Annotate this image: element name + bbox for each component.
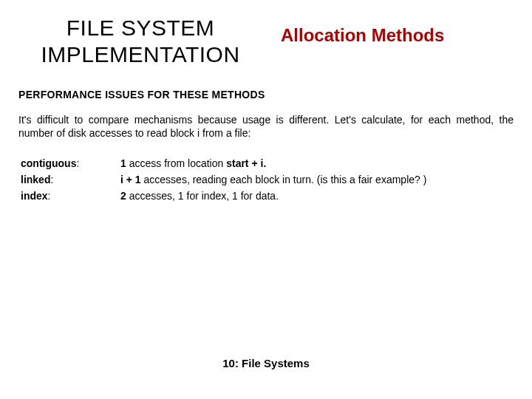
value-index-b: 2	[120, 190, 129, 202]
methods-labels-col: contiguous: linked: index:	[21, 156, 120, 205]
label-linked-text: linked	[21, 174, 50, 185]
value-linked: i + 1 accesses, reading each block in tu…	[120, 172, 426, 188]
value-contiguous-b1: 1	[120, 157, 126, 169]
slide: FILE SYSTEM IMPLEMENTATION Allocation Me…	[0, 0, 532, 399]
label-contiguous: contiguous:	[21, 156, 120, 171]
label-contiguous-text: contiguous	[21, 157, 76, 169]
value-contiguous-mid: access from location	[126, 157, 226, 169]
label-index-text: index	[21, 190, 48, 202]
methods-values-col: 1 access from location start + i. i + 1 …	[120, 156, 426, 205]
body-paragraph: It's difficult to compare mechanisms bec…	[0, 100, 532, 140]
slide-header: FILE SYSTEM IMPLEMENTATION Allocation Me…	[0, 0, 532, 68]
label-linked: linked:	[21, 172, 120, 188]
section-heading: PERFORMANCE ISSUES FOR THESE METHODS	[0, 68, 532, 100]
value-contiguous: 1 access from location start + i.	[120, 156, 426, 171]
methods-table: contiguous: linked: index: 1 access from…	[0, 140, 532, 205]
title-left-line1: FILE SYSTEM	[66, 16, 215, 40]
value-index: 2 accesses, 1 for index, 1 for data.	[120, 188, 426, 204]
value-index-rest: accesses, 1 for index, 1 for data.	[129, 190, 279, 202]
label-index: index:	[21, 188, 120, 204]
value-linked-b: i + 1	[120, 174, 144, 185]
title-right: Allocation Methods	[281, 25, 444, 46]
title-left-line2: IMPLEMENTATION	[41, 42, 239, 66]
title-left: FILE SYSTEM IMPLEMENTATION	[22, 15, 259, 68]
value-contiguous-b2: start + i.	[226, 157, 266, 169]
value-linked-rest: accesses, reading each block in turn. (i…	[144, 174, 427, 185]
slide-footer: 10: File Systems	[0, 357, 532, 369]
